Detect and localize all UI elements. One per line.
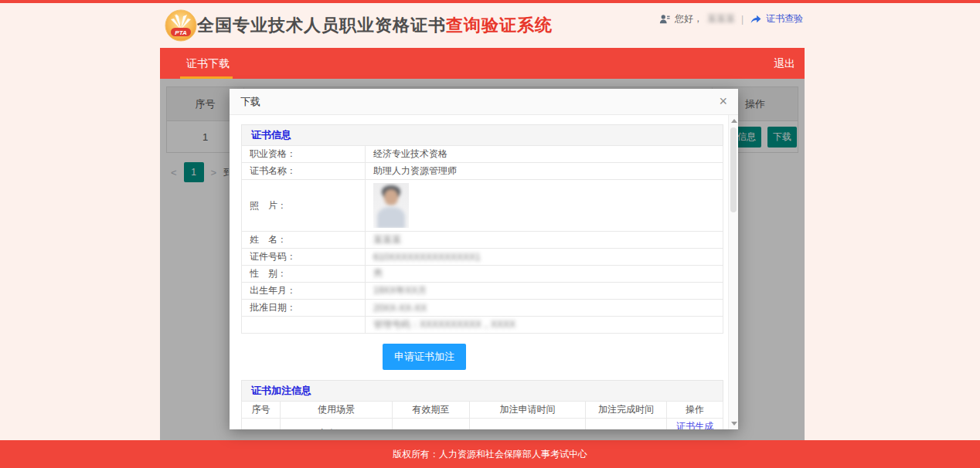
field-label: 职业资格： bbox=[242, 146, 366, 163]
field-label: 证书名称： bbox=[242, 163, 366, 180]
cert-row: 职业资格：经济专业技术资格 bbox=[242, 146, 723, 163]
scroll-down-icon[interactable] bbox=[731, 422, 737, 426]
cert-row: 姓 名：某某某 bbox=[242, 232, 723, 249]
site-title: 全国专业技术人员职业资格证书 bbox=[197, 14, 446, 37]
field-value: 助理人力资源管理师 bbox=[366, 163, 723, 180]
cert-generating-link[interactable]: 证书生成中... bbox=[676, 421, 713, 429]
field-label: 批准日期： bbox=[242, 300, 366, 317]
cell-scene: 本人调用 bbox=[281, 419, 393, 430]
site-header: PTA 全国专业技术人员职业资格证书查询验证系统 您好，某某某 | 证书查验 bbox=[160, 3, 805, 48]
field-value-redacted: 610XXXXXXXXXXXXXX1 bbox=[373, 252, 481, 263]
footer: 版权所有：人力资源和社会保障部人事考试中心 bbox=[0, 440, 980, 468]
modal-body: 证书信息 职业资格：经济专业技术资格 证书名称：助理人力资源管理师 照 片： 姓… bbox=[230, 115, 728, 429]
col-scene: 使用场景 bbox=[281, 402, 393, 419]
col-apply-time: 加注申请时间 bbox=[470, 402, 586, 419]
username-redacted: 某某某 bbox=[707, 12, 735, 25]
section-annotation-info: 证书加注信息 bbox=[241, 380, 723, 401]
cell-seq: 1 bbox=[242, 419, 281, 430]
col-seq: 序号 bbox=[242, 402, 281, 419]
photo-cell bbox=[366, 180, 723, 232]
user-bar: 您好，某某某 | 证书查验 bbox=[659, 12, 803, 25]
cert-row: 性 别：男 bbox=[242, 266, 723, 283]
user-icon bbox=[659, 14, 670, 25]
modal-header: 下载 × bbox=[230, 89, 738, 115]
cell-valid-until: 2022-03-16 bbox=[393, 419, 470, 430]
close-icon[interactable]: × bbox=[716, 89, 730, 114]
field-label: 证件号码： bbox=[242, 249, 366, 266]
logout-button[interactable]: 退出 bbox=[774, 48, 795, 79]
modal-scrollbar[interactable] bbox=[728, 115, 738, 429]
annotation-row: 1 本人调用 2022-03-16 2021-12-16 10:53:02 证书… bbox=[242, 419, 723, 430]
field-value-redacted: 某某某 bbox=[373, 234, 401, 245]
field-label: 姓 名： bbox=[242, 232, 366, 249]
field-value-redacted: 19XX年XX月 bbox=[373, 285, 427, 296]
field-label: 出生年月： bbox=[242, 283, 366, 300]
site-title-accent: 查询验证系统 bbox=[446, 14, 553, 37]
field-value-redacted: 管理号码：XXXXXXXXXX，XXXX bbox=[373, 319, 516, 330]
col-complete-time: 加注完成时间 bbox=[586, 402, 667, 419]
field-label bbox=[242, 317, 366, 334]
section-cert-info: 证书信息 bbox=[241, 124, 723, 145]
cert-row: 证书名称：助理人力资源管理师 bbox=[242, 163, 723, 180]
cert-row: 证件号码：610XXXXXXXXXXXXXX1 bbox=[242, 249, 723, 266]
svg-text:PTA: PTA bbox=[175, 29, 187, 36]
cert-row: 照 片： bbox=[242, 180, 723, 232]
cert-info-table: 职业资格：经济专业技术资格 证书名称：助理人力资源管理师 照 片： 姓 名：某某… bbox=[241, 145, 723, 334]
tab-cert-download[interactable]: 证书下载 bbox=[186, 48, 230, 79]
scrollbar-thumb[interactable] bbox=[730, 127, 737, 212]
field-value-redacted: 男 bbox=[373, 268, 383, 279]
pta-logo-icon: PTA bbox=[165, 9, 197, 42]
cell-apply-time: 2021-12-16 10:53:02 bbox=[470, 419, 586, 430]
id-photo bbox=[373, 183, 409, 228]
main-nav: 证书下载 退出 bbox=[160, 48, 805, 79]
cert-verify-link[interactable]: 证书查验 bbox=[766, 12, 803, 25]
field-value: 经济专业技术资格 bbox=[366, 146, 723, 163]
download-modal: 下载 × 证书信息 职业资格：经济专业技术资格 证书名称：助理人力资源管理师 照… bbox=[230, 89, 738, 429]
share-arrow-icon bbox=[750, 14, 761, 24]
col-valid-until: 有效期至 bbox=[393, 402, 470, 419]
col-action: 操作 bbox=[667, 402, 723, 419]
scroll-up-icon[interactable] bbox=[731, 119, 737, 123]
modal-title: 下载 bbox=[240, 89, 260, 115]
divider: | bbox=[741, 14, 744, 25]
cert-row: 管理号码：XXXXXXXXXX，XXXX bbox=[242, 317, 723, 334]
page: PTA 全国专业技术人员职业资格证书查询验证系统 您好，某某某 | 证书查验 证… bbox=[0, 0, 980, 468]
cert-row: 出生年月：19XX年XX月 bbox=[242, 283, 723, 300]
field-label: 照 片： bbox=[242, 180, 366, 232]
cert-row: 批准日期：20XX-XX-XX bbox=[242, 300, 723, 317]
annotation-header-row: 序号 使用场景 有效期至 加注申请时间 加注完成时间 操作 bbox=[242, 402, 723, 419]
field-value-redacted: 20XX-XX-XX bbox=[373, 303, 427, 314]
annotation-table: 序号 使用场景 有效期至 加注申请时间 加注完成时间 操作 1 本人调用 202… bbox=[241, 401, 723, 429]
cell-complete-time bbox=[586, 419, 667, 430]
brand: PTA 全国专业技术人员职业资格证书查询验证系统 bbox=[165, 9, 553, 42]
greeting-text: 您好， bbox=[675, 12, 703, 25]
apply-annotation-button[interactable]: 申请证书加注 bbox=[383, 344, 466, 370]
field-label: 性 别： bbox=[242, 266, 366, 283]
